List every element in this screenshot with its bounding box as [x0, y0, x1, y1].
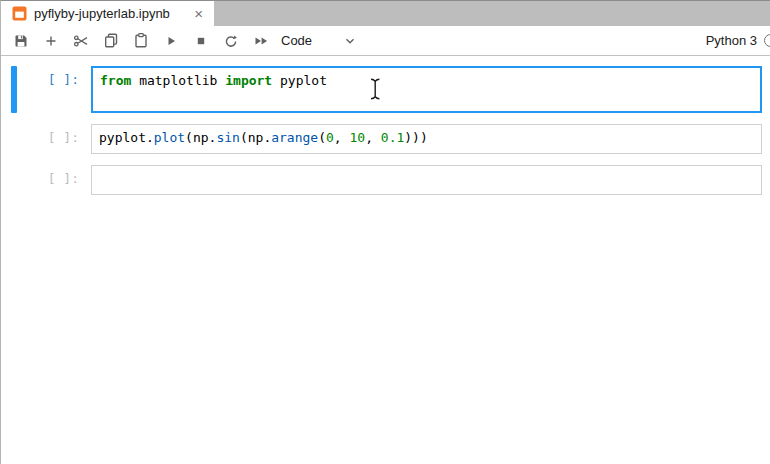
- kernel-name[interactable]: Python 3: [706, 33, 757, 48]
- paste-cells-button[interactable]: [126, 27, 156, 55]
- code-editor[interactable]: pyplot.plot(np.sin(np.arange(0, 10, 0.1)…: [91, 124, 762, 154]
- run-icon: [163, 33, 179, 49]
- fast-forward-icon: [253, 33, 270, 49]
- notebook-icon: [12, 6, 27, 21]
- save-icon: [13, 33, 29, 49]
- close-icon[interactable]: ×: [193, 6, 204, 21]
- restart-icon: [223, 33, 239, 49]
- chevron-down-icon: [342, 33, 358, 49]
- run-cell-button[interactable]: [156, 27, 186, 55]
- restart-kernel-button[interactable]: [216, 27, 246, 55]
- tab-title: pyflyby-jupyterlab.ipynb: [34, 6, 170, 21]
- run-all-button[interactable]: [246, 27, 276, 55]
- copy-cells-button[interactable]: [96, 27, 126, 55]
- notebook-toolbar: Code Python 3: [1, 26, 770, 56]
- save-button[interactable]: [6, 27, 36, 55]
- cell-type-value: Code: [281, 33, 312, 48]
- kernel-status-icon: [764, 34, 770, 47]
- code-cell: [ ]: pyplot.plot(np.sin(np.arange(0, 10,…: [1, 124, 770, 154]
- cut-cells-button[interactable]: [66, 27, 96, 55]
- input-prompt: [ ]:: [17, 165, 91, 195]
- notebook-panel: [ ]: from matplotlib import pyplot [ ]: …: [1, 56, 770, 195]
- code-editor[interactable]: [91, 165, 762, 195]
- paste-icon: [133, 32, 149, 49]
- code-editor[interactable]: from matplotlib import pyplot: [91, 66, 762, 113]
- input-prompt: [ ]:: [17, 124, 91, 154]
- stop-icon: [193, 33, 209, 49]
- cut-icon: [73, 33, 90, 49]
- copy-icon: [103, 32, 119, 49]
- cell-type-dropdown[interactable]: Code: [281, 33, 358, 49]
- insert-cell-button[interactable]: [36, 27, 66, 55]
- code-cell: [ ]: from matplotlib import pyplot: [1, 66, 770, 113]
- input-prompt: [ ]:: [17, 66, 91, 113]
- plus-icon: [43, 33, 59, 49]
- interrupt-kernel-button[interactable]: [186, 27, 216, 55]
- tab-bar: pyflyby-jupyterlab.ipynb ×: [1, 1, 770, 26]
- code-cell: [ ]:: [1, 165, 770, 195]
- tab-notebook[interactable]: pyflyby-jupyterlab.ipynb ×: [1, 1, 215, 26]
